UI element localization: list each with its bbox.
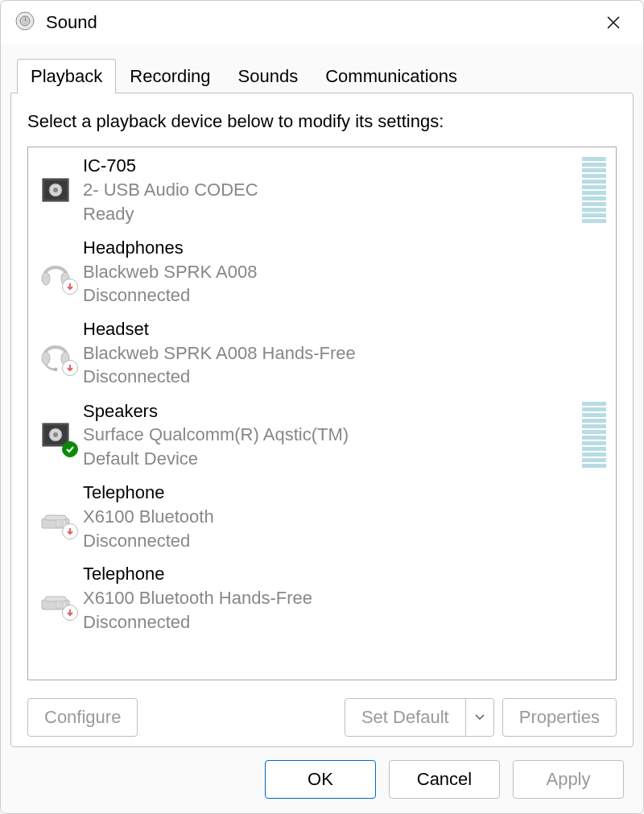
- sound-dialog: Sound PlaybackRecordingSoundsCommunicati…: [0, 0, 644, 814]
- device-desc: 2- USB Audio CODEC: [83, 178, 582, 202]
- phone-icon: [36, 579, 75, 618]
- tab-playback[interactable]: Playback: [17, 59, 116, 93]
- headset-icon: [36, 334, 75, 373]
- device-status: Disconnected: [83, 610, 609, 634]
- level-meter: [582, 154, 606, 226]
- device-row[interactable]: TelephoneX6100 Bluetooth Hands-FreeDisco…: [28, 557, 616, 638]
- svg-point-16: [53, 432, 58, 437]
- device-status: Disconnected: [83, 365, 609, 389]
- speaker-icon: [36, 171, 75, 209]
- disconnected-arrow-icon: [62, 360, 78, 376]
- headphones-icon: [36, 253, 75, 291]
- device-info: HeadsetBlackweb SPRK A008 Hands-FreeDisc…: [83, 317, 609, 389]
- disconnected-arrow-icon: [62, 523, 78, 539]
- dialog-footer: OK Cancel Apply: [1, 747, 643, 813]
- device-row[interactable]: HeadphonesBlackweb SPRK A008Disconnected: [28, 231, 616, 312]
- svg-rect-24: [45, 597, 66, 601]
- device-desc: X6100 Bluetooth: [83, 505, 609, 529]
- set-default-label: Set Default: [345, 699, 466, 736]
- device-info: IC-7052- USB Audio CODECReady: [83, 154, 582, 225]
- panel-button-row: Configure Set Default Properties: [27, 698, 617, 737]
- apply-button[interactable]: Apply: [513, 760, 624, 799]
- device-desc: X6100 Bluetooth Hands-Free: [83, 586, 609, 610]
- device-row[interactable]: TelephoneX6100 BluetoothDisconnected: [28, 476, 616, 557]
- close-button[interactable]: [598, 6, 629, 40]
- device-desc: Surface Qualcomm(R) Aqstic(TM): [83, 423, 582, 447]
- tab-recording[interactable]: Recording: [116, 59, 224, 93]
- device-name: Headset: [83, 317, 609, 341]
- device-name: Headphones: [83, 236, 609, 260]
- phone-icon: [36, 498, 75, 536]
- device-status: Disconnected: [83, 529, 609, 553]
- svg-rect-18: [45, 515, 66, 520]
- ok-button[interactable]: OK: [265, 760, 376, 799]
- svg-point-10: [42, 352, 50, 365]
- set-default-button[interactable]: Set Default: [345, 698, 494, 737]
- properties-button[interactable]: Properties: [502, 698, 617, 737]
- device-row[interactable]: SpeakersSurface Qualcomm(R) Aqstic(TM)De…: [28, 394, 616, 476]
- chevron-down-icon[interactable]: [466, 699, 493, 736]
- playback-panel: Select a playback device below to modify…: [10, 93, 634, 747]
- device-info: HeadphonesBlackweb SPRK A008Disconnected: [83, 236, 609, 308]
- svg-point-8: [42, 272, 50, 285]
- speaker-icon: [36, 415, 75, 454]
- window-title: Sound: [46, 12, 97, 33]
- device-name: Telephone: [83, 481, 609, 505]
- tabbar: PlaybackRecordingSoundsCommunications: [10, 44, 634, 93]
- svg-point-12: [54, 367, 58, 371]
- level-meter: [582, 399, 606, 471]
- device-name: IC-705: [83, 154, 582, 178]
- device-name: Telephone: [83, 562, 609, 586]
- device-info: SpeakersSurface Qualcomm(R) Aqstic(TM)De…: [83, 399, 582, 471]
- default-check-icon: [62, 441, 78, 457]
- device-info: TelephoneX6100 BluetoothDisconnected: [83, 481, 609, 552]
- device-status: Default Device: [83, 447, 582, 471]
- device-info: TelephoneX6100 Bluetooth Hands-FreeDisco…: [83, 562, 609, 634]
- device-desc: Blackweb SPRK A008: [83, 260, 609, 284]
- device-name: Speakers: [83, 399, 582, 424]
- disconnected-arrow-icon: [62, 279, 78, 295]
- cancel-button[interactable]: Cancel: [389, 760, 500, 799]
- device-list[interactable]: IC-7052- USB Audio CODECReadyHeadphonesB…: [27, 147, 617, 680]
- disconnected-arrow-icon: [62, 605, 78, 621]
- device-row[interactable]: HeadsetBlackweb SPRK A008 Hands-FreeDisc…: [28, 312, 616, 394]
- instruction-text: Select a playback device below to modify…: [27, 111, 617, 132]
- tab-communications[interactable]: Communications: [312, 59, 471, 93]
- device-status: Ready: [83, 202, 582, 226]
- titlebar: Sound: [1, 1, 643, 44]
- svg-point-7: [53, 188, 58, 192]
- device-desc: Blackweb SPRK A008 Hands-Free: [83, 341, 609, 366]
- sound-icon: [15, 11, 35, 34]
- device-row[interactable]: IC-7052- USB Audio CODECReady: [28, 149, 616, 231]
- dialog-content: PlaybackRecordingSoundsCommunications Se…: [1, 44, 643, 747]
- device-status: Disconnected: [83, 283, 609, 308]
- tab-sounds[interactable]: Sounds: [225, 59, 312, 93]
- configure-button[interactable]: Configure: [27, 698, 138, 737]
